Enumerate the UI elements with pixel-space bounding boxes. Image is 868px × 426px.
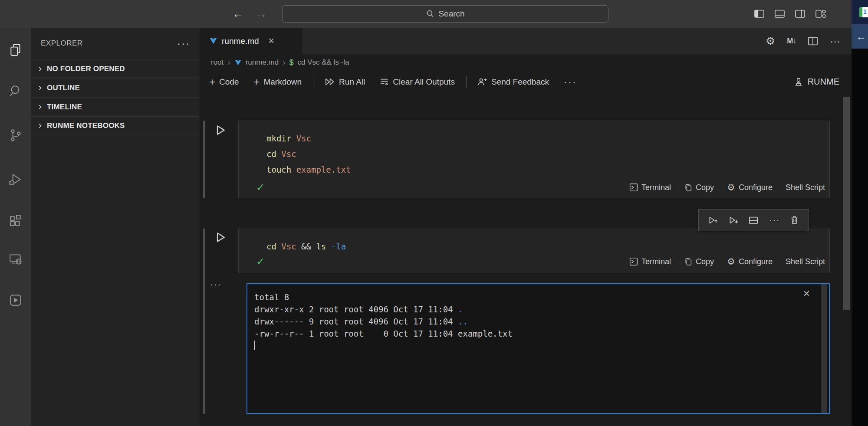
editor-more-actions-icon[interactable]: ··· [830, 35, 840, 47]
runme-brand-button[interactable]: RUNME [794, 77, 839, 87]
copy-button[interactable]: Copy [684, 257, 714, 266]
copy-button[interactable]: Copy [684, 183, 714, 192]
runme-file-icon [209, 37, 217, 45]
terminal-icon [629, 257, 638, 266]
calendar-icon: 1 [859, 7, 868, 17]
navigate-back-button[interactable]: ← [232, 8, 244, 20]
markdown-preview-icon[interactable]: M↓ [787, 37, 796, 46]
cell-more-actions-icon[interactable]: ··· [769, 214, 780, 226]
code-cell-2[interactable]: cd Vsc && ls -la ✓ Terminal Copy [238, 229, 830, 272]
chevron-right-icon [36, 66, 43, 72]
output-text: total 8drwxr-xr-x 2 root root 4096 Oct 1… [247, 284, 829, 340]
run-and-debug-icon[interactable] [9, 173, 23, 187]
tab-bar: runme.md × ⚙ M↓ ··· [200, 28, 852, 54]
run-cell-button[interactable] [214, 124, 227, 137]
extensions-icon[interactable] [9, 214, 23, 228]
breadcrumb-separator: › [227, 58, 230, 67]
title-bar: ← → Search [0, 0, 852, 28]
send-feedback-button[interactable]: Send Feedback [478, 77, 549, 87]
add-markdown-cell-button[interactable]: + Markdown [253, 77, 302, 87]
configure-button[interactable]: ⚙ Configure [727, 256, 773, 267]
clear-all-outputs-button[interactable]: Clear All Outputs [380, 77, 455, 87]
search-view-icon[interactable] [9, 84, 23, 98]
breadcrumb: root › runme.md › $ cd Vsc && ls -la [200, 54, 852, 71]
gear-icon: ⚙ [727, 256, 735, 267]
toggle-secondary-sidebar-icon[interactable] [795, 10, 806, 18]
background-window-back-icon: ← [852, 24, 868, 49]
delete-cell-icon[interactable] [790, 216, 799, 225]
terminal-button[interactable]: Terminal [629, 183, 671, 192]
background-window-titlebar: 1 [852, 0, 868, 24]
run-cell-button[interactable] [214, 231, 227, 244]
cell-language-label[interactable]: Shell Script [786, 257, 825, 266]
cell-output-terminal[interactable]: total 8drwxr-xr-x 2 root root 4096 Oct 1… [247, 283, 830, 414]
editor-scrollbar[interactable] [843, 97, 850, 310]
plus-icon: + [209, 77, 215, 87]
add-code-cell-button[interactable]: + Code [209, 77, 239, 87]
breadcrumb-file[interactable]: runme.md [246, 58, 279, 67]
search-icon [426, 10, 434, 18]
cell-language-label[interactable]: Shell Script [786, 183, 825, 192]
explorer-sidebar: EXPLORER ··· NO FOLDER OPENED OUTLINE TI… [31, 28, 200, 426]
background-window: 1 ← [852, 0, 868, 426]
remote-explorer-icon[interactable] [9, 252, 23, 266]
editor-group: runme.md × ⚙ M↓ ··· root › runme.md › $ … [200, 28, 852, 426]
breadcrumb-command[interactable]: cd Vsc && ls -la [298, 58, 349, 67]
notebook-more-actions-icon[interactable]: ··· [564, 76, 577, 88]
terminal-icon [629, 183, 638, 192]
clear-all-outputs-icon [380, 78, 389, 86]
activity-bar [0, 28, 31, 426]
chevron-right-icon [36, 104, 43, 111]
customize-layout-icon[interactable] [815, 10, 826, 18]
search-label: Search [438, 9, 464, 19]
sidebar-item-runme-notebooks[interactable]: RUNME NOTEBOOKS [31, 116, 200, 135]
sidebar-item-no-folder-opened[interactable]: NO FOLDER OPENED [31, 59, 200, 78]
code-cell-1[interactable]: mkdir Vsccd Vsctouch example.txt ✓ Termi… [238, 121, 830, 198]
terminal-cursor [254, 341, 255, 350]
toggle-primary-sidebar-icon[interactable] [754, 10, 765, 18]
runme-file-icon [234, 59, 242, 66]
sidebar-more-actions-icon[interactable]: ··· [177, 41, 190, 46]
close-tab-icon[interactable]: × [269, 36, 274, 46]
copy-icon [684, 257, 692, 266]
cell-focus-indicator[interactable] [203, 229, 205, 414]
split-editor-icon[interactable] [808, 36, 818, 46]
feedback-person-icon [478, 78, 487, 86]
plus-icon: + [253, 77, 260, 87]
success-check-icon: ✓ [256, 256, 265, 268]
tab-runme-md[interactable]: runme.md × [200, 28, 302, 54]
cell-1-code[interactable]: mkdir Vsccd Vsctouch example.txt [239, 121, 829, 177]
cell-hover-toolbar: ··· [698, 209, 809, 231]
output-scrollbar[interactable] [821, 284, 827, 413]
sidebar-item-outline[interactable]: OUTLINE [31, 78, 200, 97]
command-center-search[interactable]: Search [282, 5, 608, 23]
notebook-toolbar: + Code + Markdown Run All Clear All Outp… [200, 71, 852, 93]
execute-above-icon[interactable] [708, 216, 718, 225]
explorer-icon[interactable] [9, 43, 23, 57]
close-output-icon[interactable]: × [803, 288, 810, 299]
configure-button[interactable]: ⚙ Configure [727, 182, 773, 193]
vscode-window: ← → Search [0, 0, 868, 426]
shell-prompt-icon: $ [289, 58, 293, 67]
tab-label: runme.md [222, 36, 259, 46]
navigate-forward-button[interactable]: → [255, 8, 267, 20]
toolbar-divider [313, 76, 313, 88]
source-control-icon[interactable] [9, 128, 23, 142]
runme-panel-icon[interactable] [9, 293, 23, 307]
notebook-settings-icon[interactable]: ⚙ [766, 35, 775, 47]
breadcrumb-separator: › [283, 58, 285, 67]
sidebar-item-timeline[interactable]: TIMELINE [31, 97, 200, 116]
success-check-icon: ✓ [256, 181, 265, 193]
run-all-button[interactable]: Run All [325, 77, 365, 87]
output-more-actions-icon[interactable]: ··· [210, 279, 221, 290]
terminal-button[interactable]: Terminal [629, 257, 671, 266]
execute-below-icon[interactable] [729, 216, 739, 225]
toggle-panel-icon[interactable] [775, 10, 785, 18]
split-cell-icon[interactable] [749, 216, 758, 225]
cell-focus-indicator[interactable] [203, 121, 205, 198]
cell-2-code[interactable]: cd Vsc && ls -la [239, 229, 829, 254]
chevron-right-icon [36, 122, 43, 129]
chevron-right-icon [36, 85, 43, 92]
sidebar-title: EXPLORER [41, 39, 83, 48]
breadcrumb-root[interactable]: root [211, 58, 224, 67]
